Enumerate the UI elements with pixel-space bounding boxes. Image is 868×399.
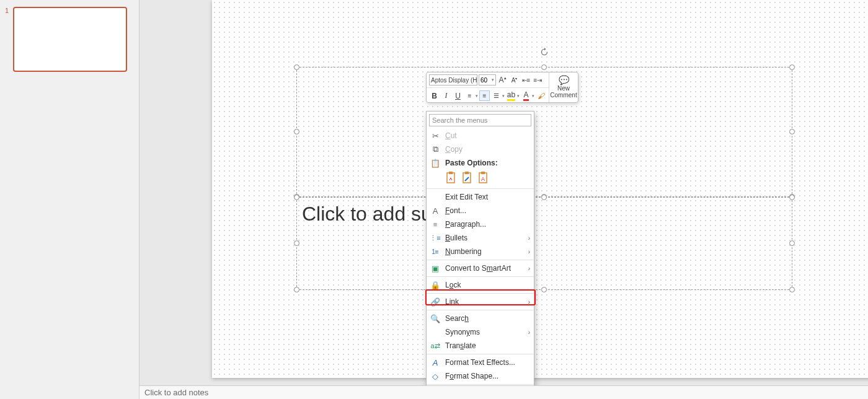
subtitle-placeholder[interactable]: Click to add subtitle: [296, 197, 792, 290]
menu-convert-smartart[interactable]: ▣ Convert to SmartArt ›: [427, 261, 534, 275]
copy-icon: ⧉: [430, 144, 440, 154]
translate-icon: a⇄: [430, 341, 440, 351]
highlight-button[interactable]: ab: [506, 90, 516, 101]
numbering-icon: 1≡: [430, 247, 440, 256]
font-name-value: Aptos Display (H: [431, 77, 477, 84]
decrease-font-size-button[interactable]: A▾: [509, 75, 520, 86]
menu-copy[interactable]: ⧉ Copy: [427, 142, 534, 156]
resize-handle[interactable]: [541, 64, 547, 70]
menu-link[interactable]: 🔗 Link ›: [427, 295, 534, 309]
chevron-right-icon: ›: [528, 329, 530, 336]
menu-format-shape[interactable]: ◇ Format Shape...: [427, 369, 534, 383]
menu-exit-edit-label: Exit Edit Text: [445, 193, 488, 201]
new-comment-button[interactable]: 💬 New Comment: [549, 72, 578, 102]
notes-pane[interactable]: Click to add notes: [140, 385, 868, 399]
format-shape-icon: ◇: [430, 371, 440, 381]
bold-button[interactable]: B: [429, 90, 440, 101]
menu-translate-label: Translate: [445, 341, 476, 350]
resize-handle[interactable]: [294, 195, 299, 200]
menu-translate[interactable]: a⇄ Translate: [427, 339, 534, 353]
bullets-button[interactable]: ☰: [491, 90, 502, 101]
align-left-button[interactable]: ≡: [464, 90, 475, 101]
decrease-indent-button[interactable]: ⇤≡: [521, 75, 531, 86]
new-comment-icon: 💬: [559, 77, 569, 84]
chevron-down-icon[interactable]: ▾: [532, 94, 534, 99]
new-comment-label-2: Comment: [550, 92, 577, 99]
context-menu: Search the menus ✂ Cut ⧉ Copy 📋 Paste Op…: [426, 111, 534, 399]
chevron-down-icon[interactable]: ▾: [476, 94, 478, 99]
slide[interactable]: Click to add subtitle: [212, 0, 868, 378]
mini-toolbar: Aptos Display (H▾ 60▾ A▴ A▾ ⇤≡ ≡⇥ B I U: [426, 72, 578, 103]
resize-handle[interactable]: [294, 64, 299, 70]
italic-button[interactable]: I: [441, 90, 451, 101]
menu-exit-edit-text[interactable]: Exit Edit Text: [427, 190, 534, 204]
slide-thumbnail-1[interactable]: [13, 7, 127, 72]
menu-numbering[interactable]: 1≡ Numbering ›: [427, 245, 534, 258]
increase-indent-button[interactable]: ≡⇥: [533, 75, 543, 86]
resize-handle[interactable]: [541, 287, 547, 292]
resize-handle[interactable]: [789, 195, 795, 200]
resize-handle[interactable]: [294, 129, 299, 134]
chevron-down-icon[interactable]: ▾: [517, 94, 520, 99]
font-name-combo[interactable]: Aptos Display (H▾: [429, 74, 477, 86]
bullets-icon: ⋮≡: [430, 233, 440, 243]
menu-bullets[interactable]: ⋮≡ Bullets ›: [427, 231, 534, 245]
menu-link-label: Link: [445, 297, 459, 306]
menu-cut[interactable]: ✂ Cut: [427, 129, 534, 142]
menu-text-effects-label: Format Text Effects...: [445, 358, 515, 367]
blank-icon: [430, 192, 440, 202]
increase-font-size-button[interactable]: A▴: [497, 75, 508, 86]
paste-use-destination-theme[interactable]: [445, 171, 458, 185]
menu-smartart-label: Convert to SmartArt: [445, 264, 511, 273]
menu-paragraph[interactable]: ≡ Paragraph...: [427, 217, 534, 231]
menu-format-text-effects[interactable]: A Format Text Effects...: [427, 356, 534, 369]
smartart-icon: ▣: [430, 263, 440, 273]
resize-handle[interactable]: [789, 129, 795, 134]
menu-paste-options-label: Paste Options:: [445, 159, 498, 167]
menu-font[interactable]: A Font...: [427, 204, 534, 217]
menu-search-input[interactable]: Search the menus: [429, 114, 531, 126]
format-painter-icon: 🖌: [538, 92, 545, 100]
app-root: 1 Click to add subtitle: [0, 0, 868, 399]
resize-handle[interactable]: [789, 64, 795, 70]
clipboard-text-icon: A: [478, 172, 489, 184]
resize-handle[interactable]: [789, 287, 795, 292]
format-painter-button[interactable]: 🖌: [536, 90, 546, 101]
resize-handle[interactable]: [541, 195, 547, 200]
chevron-down-icon[interactable]: ▾: [502, 94, 505, 99]
svg-text:A: A: [481, 176, 485, 182]
svg-rect-2: [463, 173, 471, 183]
chevron-right-icon: ›: [528, 235, 530, 242]
link-icon: 🔗: [430, 297, 440, 307]
font-color-button[interactable]: A: [521, 90, 531, 101]
separator: [427, 354, 534, 354]
separator: [427, 276, 534, 277]
font-icon: A: [430, 206, 440, 216]
decrease-indent-icon: ⇤≡: [522, 77, 531, 84]
svg-rect-1: [449, 172, 453, 174]
menu-lock[interactable]: 🔒 Lock: [427, 278, 534, 292]
rotate-handle-icon[interactable]: [540, 48, 549, 56]
svg-rect-5: [481, 172, 485, 174]
clipboard-brush-icon: [462, 172, 473, 184]
align-center-button[interactable]: ≡: [479, 90, 490, 101]
menu-synonyms[interactable]: Synonyms ›: [427, 325, 534, 339]
chevron-right-icon: ›: [528, 248, 530, 255]
underline-button[interactable]: U: [453, 90, 463, 101]
font-size-combo[interactable]: 60▾: [479, 74, 496, 86]
resize-handle[interactable]: [294, 287, 299, 292]
underline-icon: U: [455, 92, 461, 100]
paste-keep-text-only[interactable]: A: [477, 171, 490, 185]
resize-handle[interactable]: [294, 240, 299, 246]
paste-keep-source-formatting[interactable]: [461, 171, 474, 185]
increase-indent-icon: ≡⇥: [534, 77, 542, 84]
menu-paragraph-label: Paragraph...: [445, 220, 486, 229]
menu-lock-label: Lock: [445, 281, 461, 289]
search-icon: 🔍: [430, 314, 440, 323]
slide-number: 1: [5, 7, 9, 14]
menu-search[interactable]: 🔍 Search: [427, 312, 534, 325]
menu-bullets-label: Bullets: [445, 234, 467, 242]
new-comment-label-1: New: [557, 85, 570, 92]
decrease-font-icon: A▾: [512, 76, 518, 84]
resize-handle[interactable]: [789, 240, 795, 246]
